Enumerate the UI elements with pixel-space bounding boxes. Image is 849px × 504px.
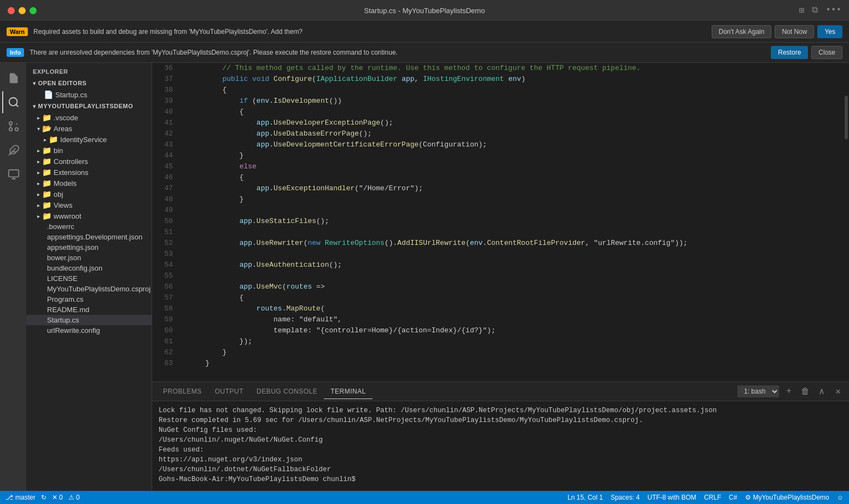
line-numbers: 3637383940414243444546474849505152535455… [152, 63, 179, 382]
line-number: 55 [152, 271, 173, 282]
line-number: 47 [152, 183, 173, 194]
open-editors-section[interactable]: ▾ Open Editors [26, 77, 152, 89]
status-project[interactable]: ⚙ MyYouTubePlaylistsDemo [745, 494, 829, 501]
scrollbar-thumb[interactable] [845, 96, 848, 139]
status-position[interactable]: Ln 15, Col 1 [567, 494, 603, 501]
tree-item-startup-cs[interactable]: Startup.cs [26, 315, 152, 325]
tree-item-label: Startup.cs [47, 316, 79, 324]
tree-item-appsettings-json[interactable]: appsettings.json [26, 242, 152, 253]
line-number: 56 [152, 282, 173, 292]
tree-item--vscode[interactable]: ▸📁.vscode [26, 112, 152, 123]
tab-debug-console[interactable]: DEBUG CONSOLE [250, 384, 324, 398]
svg-point-1 [15, 128, 19, 131]
activity-search-icon[interactable] [2, 91, 24, 113]
maximize-button[interactable] [30, 7, 37, 14]
tree-item-bundleconfig-json[interactable]: bundleconfig.json [26, 263, 152, 273]
yes-button[interactable]: Yes [817, 25, 842, 38]
more-actions-icon[interactable]: ••• [825, 5, 841, 16]
activity-source-control-icon[interactable] [2, 115, 24, 137]
tree-item-readme-md[interactable]: README.md [26, 304, 152, 315]
minimize-button[interactable] [19, 7, 26, 14]
open-remote-icon[interactable]: ⊞ [799, 5, 805, 16]
dont-ask-again-button[interactable]: Don't Ask Again [712, 25, 772, 38]
restore-button[interactable]: Restore [771, 46, 808, 59]
info-message: There are unresolved dependencies from '… [30, 49, 765, 56]
tree-item-identityservice[interactable]: ▸📁IdentityService [26, 134, 152, 145]
tab-problems[interactable]: PROBLEMS [156, 384, 208, 398]
code-content[interactable]: // This method gets called by the runtim… [179, 63, 844, 382]
folder-arrow-icon: ▸ [37, 180, 40, 186]
tab-output[interactable]: OUTPUT [208, 384, 250, 398]
status-language[interactable]: C# [729, 494, 737, 501]
editor-area: 3637383940414243444546474849505152535455… [152, 63, 849, 491]
tree-item-urlrewrite-config[interactable]: urlRewrite.config [26, 325, 152, 336]
status-right: Ln 15, Col 1 Spaces: 4 UTF-8 with BOM CR… [567, 494, 844, 501]
terminal-line: Lock file has not changed. Skipping lock… [159, 406, 842, 415]
line-number: 54 [152, 260, 173, 271]
tree-item-extensions[interactable]: ▸📁Extensions [26, 167, 152, 178]
code-line: app.UseDeveloperExceptionPage(); [188, 118, 844, 128]
tree-item-label: .vscode [54, 114, 78, 122]
activity-extensions-icon[interactable] [2, 139, 24, 161]
warn-badge: Warn [7, 27, 28, 36]
code-editor[interactable]: 3637383940414243444546474849505152535455… [152, 63, 849, 382]
maximize-panel-icon[interactable]: ∧ [815, 385, 828, 398]
terminal-content[interactable]: Lock file has not changed. Skipping lock… [152, 401, 849, 491]
status-spaces[interactable]: Spaces: 4 [610, 494, 639, 501]
line-number: 42 [152, 128, 173, 139]
tree-item-wwwroot[interactable]: ▸📁wwwroot [26, 210, 152, 221]
title-bar: Startup.cs - MyYouTubePlaylistsDemo ⊞ ⧉ … [0, 0, 849, 21]
tree-item-controllers[interactable]: ▸📁Controllers [26, 156, 152, 167]
terminal-selector[interactable]: 1: bash [737, 385, 779, 397]
project-section[interactable]: ▾ MYYOUTUBEPLAYLISTSDEMO [26, 100, 152, 112]
scrollbar-track[interactable] [844, 63, 849, 382]
info-notification: Info There are unresolved dependencies f… [0, 43, 849, 62]
close-button[interactable] [8, 7, 15, 14]
tab-terminal[interactable]: TERMINAL [324, 384, 373, 399]
window-controls[interactable] [8, 7, 37, 14]
close-panel-icon[interactable]: ✕ [831, 385, 845, 398]
notification-area: Warn Required assets to build and debug … [0, 21, 849, 63]
tree-item-views[interactable]: ▸📁Views [26, 200, 152, 210]
split-editor-icon[interactable]: ⧉ [812, 5, 818, 16]
tree-item-label: appsettings.json [47, 243, 98, 251]
tree-item--bowerrc[interactable]: .bowerrc [26, 221, 152, 232]
status-smiley[interactable]: ☺ [837, 494, 844, 501]
line-number: 60 [152, 325, 173, 336]
panel-tabs: PROBLEMS OUTPUT DEBUG CONSOLE TERMINAL 1… [152, 382, 849, 401]
tree-item-label: Views [54, 201, 72, 209]
status-line-ending[interactable]: CRLF [704, 494, 721, 501]
terminal-line: https://api.nuget.org/v3/index.json [159, 455, 842, 465]
kill-terminal-icon[interactable]: 🗑 [799, 385, 812, 398]
folder-arrow-icon: ▸ [37, 191, 40, 197]
panel-actions: 1: bash + 🗑 ∧ ✕ [737, 385, 845, 398]
tree-item-models[interactable]: ▸📁Models [26, 178, 152, 189]
line-number: 39 [152, 96, 173, 107]
status-sync[interactable]: ↻ [41, 494, 46, 501]
status-warnings[interactable]: ⚠ 0 [68, 494, 80, 501]
status-encoding[interactable]: UTF-8 with BOM [648, 494, 696, 501]
tree-item-label: Program.cs [47, 295, 83, 303]
tree-item-obj[interactable]: ▸📁obj [26, 189, 152, 200]
activity-explorer-icon[interactable] [2, 67, 24, 89]
tree-item-areas[interactable]: ▾📂Areas [26, 123, 152, 134]
terminal-line: Gohs-MacBook-Air:MyYouTubePlaylistsDemo … [159, 474, 842, 484]
not-now-button[interactable]: Not Now [775, 25, 814, 38]
tree-item-program-cs[interactable]: Program.cs [26, 294, 152, 304]
tree-item-label: wwwroot [54, 212, 82, 220]
tree-item-bin[interactable]: ▸📁bin [26, 145, 152, 156]
tree-item-bower-json[interactable]: bower.json [26, 253, 152, 263]
activity-remote-icon[interactable] [2, 163, 24, 185]
tree-item-license[interactable]: LICENSE [26, 273, 152, 284]
status-errors[interactable]: ✕ 0 [52, 494, 63, 501]
info-buttons: Restore Close [771, 46, 842, 59]
folder-icon: 📁 [42, 212, 51, 220]
tree-item-appsettings-development-json[interactable]: appsettings.Development.json [26, 232, 152, 242]
activity-bar [0, 63, 26, 491]
status-branch[interactable]: ⎇ master [5, 494, 36, 501]
add-terminal-icon[interactable]: + [782, 385, 795, 398]
tree-item-myyoutubeplaylistsdemo-csproj[interactable]: MyYouTubePlaylistsDemo.csproj [26, 284, 152, 294]
open-editor-startup[interactable]: 📄 Startup.cs [26, 89, 152, 100]
close-notification-button[interactable]: Close [811, 46, 842, 59]
line-number: 61 [152, 336, 173, 347]
